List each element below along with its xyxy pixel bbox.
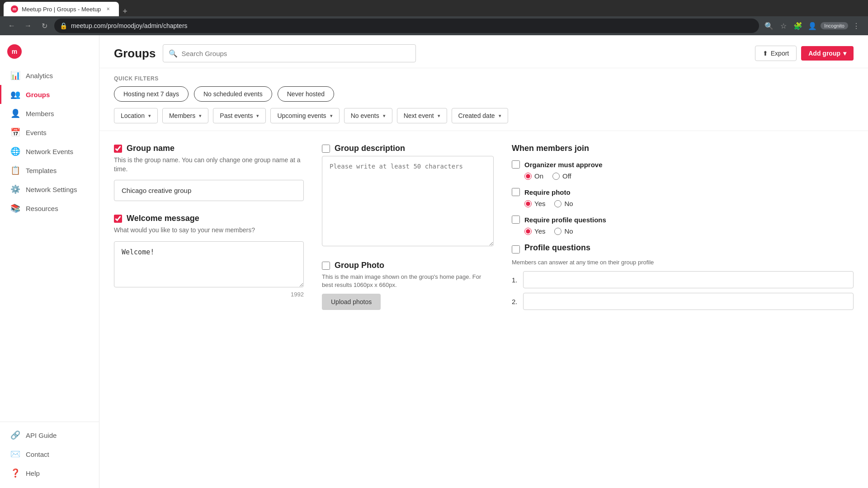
- sidebar-item-network-settings[interactable]: ⚙️ Network Settings: [0, 180, 99, 199]
- sidebar-item-resources[interactable]: 📚 Resources: [0, 199, 99, 218]
- filter-no-events[interactable]: No events ▾: [344, 108, 392, 123]
- group-name-input[interactable]: [114, 180, 304, 201]
- address-bar[interactable]: 🔒 meetup.com/pro/moodjoy/admin/chapters: [54, 19, 759, 33]
- welcome-message-textarea[interactable]: Welcome!: [114, 241, 304, 287]
- sidebar-item-groups[interactable]: 👥 Groups: [0, 85, 99, 104]
- require-profile-no[interactable]: No: [554, 227, 573, 235]
- profile-questions-checkbox[interactable]: [512, 245, 520, 253]
- tab-label: Meetup Pro | Groups - Meetup: [22, 6, 101, 13]
- address-bar-row: ← → ↻ 🔒 meetup.com/pro/moodjoy/admin/cha…: [0, 16, 868, 35]
- page-title: Groups: [114, 47, 156, 61]
- filter-past-events[interactable]: Past events ▾: [213, 108, 266, 123]
- address-text: meetup.com/pro/moodjoy/admin/chapters: [71, 22, 754, 29]
- sidebar: m 📊 Analytics 👥 Groups 👤 Members 📅 Event…: [0, 35, 99, 488]
- require-photo-yes-radio[interactable]: [524, 200, 532, 207]
- require-photo-radios: Yes No: [512, 200, 854, 207]
- organizer-approve-checkbox[interactable]: [512, 160, 520, 169]
- profile-btn[interactable]: 👤: [806, 19, 819, 32]
- sidebar-item-label: Events: [26, 129, 47, 136]
- question-input-1[interactable]: [523, 271, 854, 288]
- require-photo-checkbox[interactable]: [512, 188, 520, 196]
- sidebar-item-contact[interactable]: ✉️ Contact: [0, 445, 99, 464]
- question-num-1: 1.: [512, 276, 518, 284]
- upcoming-events-label: Upcoming events: [277, 112, 326, 119]
- sidebar-bottom: 🔗 API Guide ✉️ Contact ❓ Help: [0, 422, 99, 483]
- groups-icon: 👥: [10, 89, 20, 99]
- group-desc-textarea[interactable]: [322, 156, 494, 246]
- group-desc-header: Group description: [322, 144, 494, 153]
- filter-hosting-next-7[interactable]: Hosting next 7 days: [114, 86, 189, 102]
- require-profile-no-radio[interactable]: [554, 228, 561, 235]
- sidebar-item-analytics[interactable]: 📊 Analytics: [0, 66, 99, 85]
- search-bar[interactable]: 🔍: [163, 44, 416, 62]
- group-photo-checkbox[interactable]: [322, 262, 330, 270]
- filter-created-date[interactable]: Created date ▾: [452, 108, 508, 123]
- filters-section: QUICK FILTERS Hosting next 7 days No sch…: [99, 68, 868, 131]
- active-tab[interactable]: m Meetup Pro | Groups - Meetup ×: [4, 2, 119, 16]
- require-profile-yes[interactable]: Yes: [524, 227, 545, 235]
- tab-favicon: m: [11, 5, 18, 13]
- require-photo-label: Require photo: [524, 188, 571, 196]
- refresh-btn[interactable]: ↻: [38, 19, 51, 32]
- profile-questions-desc: Members can answer at any time on their …: [512, 259, 854, 266]
- group-description-section: Group description: [322, 144, 494, 248]
- sidebar-logo: m: [0, 41, 99, 66]
- search-icon-btn[interactable]: 🔍: [763, 19, 775, 32]
- welcome-message-checkbox[interactable]: [114, 215, 122, 223]
- no-events-label: No events: [351, 112, 379, 119]
- main-header: Groups 🔍 ⬆ Export Add group ▾: [99, 35, 868, 68]
- require-photo-no-radio[interactable]: [554, 200, 561, 207]
- group-desc-checkbox[interactable]: [322, 145, 330, 153]
- help-icon: ❓: [10, 468, 20, 478]
- search-input[interactable]: [181, 50, 410, 57]
- organizer-approve-on-radio[interactable]: [524, 173, 532, 180]
- profile-questions-header: Profile questions: [512, 243, 854, 255]
- new-tab-btn[interactable]: +: [119, 7, 131, 16]
- filter-upcoming-events[interactable]: Upcoming events ▾: [270, 108, 339, 123]
- filter-never-hosted[interactable]: Never hosted: [278, 86, 334, 102]
- logo-icon: m: [7, 44, 22, 59]
- require-photo-no[interactable]: No: [554, 200, 573, 207]
- back-btn[interactable]: ←: [5, 19, 18, 32]
- require-profile-checkbox[interactable]: [512, 216, 520, 224]
- forward-btn[interactable]: →: [22, 19, 34, 32]
- sidebar-item-members[interactable]: 👤 Members: [0, 104, 99, 123]
- export-btn[interactable]: ⬆ Export: [755, 46, 797, 61]
- filter-next-event[interactable]: Next event ▾: [397, 108, 447, 123]
- sidebar-item-help[interactable]: ❓ Help: [0, 464, 99, 483]
- organizer-approve-off[interactable]: Off: [552, 172, 571, 180]
- filter-no-scheduled[interactable]: No scheduled events: [194, 86, 272, 102]
- organizer-approve-off-radio[interactable]: [552, 173, 560, 180]
- organizer-approve-on[interactable]: On: [524, 172, 543, 180]
- tab-close-btn[interactable]: ×: [104, 5, 112, 13]
- sidebar-item-label: Contact: [26, 450, 49, 458]
- sidebar-item-api-guide[interactable]: 🔗 API Guide: [0, 426, 99, 445]
- extensions-btn[interactable]: 🧩: [792, 19, 804, 32]
- organizer-approve-row: Organizer must approve: [512, 160, 854, 169]
- sidebar-item-label: Templates: [26, 167, 57, 174]
- search-icon: 🔍: [169, 49, 178, 58]
- group-name-checkbox[interactable]: [114, 145, 122, 153]
- sidebar-spacer: [0, 218, 99, 422]
- network-settings-icon: ⚙️: [10, 184, 20, 194]
- filter-members[interactable]: Members ▾: [162, 108, 208, 123]
- organizer-approve-group: Organizer must approve On Off: [512, 160, 854, 180]
- when-members-title: When members join: [512, 144, 854, 153]
- sidebar-item-label: Help: [26, 469, 40, 477]
- upload-photos-btn[interactable]: Upload photos: [322, 294, 381, 310]
- question-input-2[interactable]: [523, 293, 854, 310]
- filter-location[interactable]: Location ▾: [114, 108, 158, 123]
- group-photo-description: This is the main image shown on the grou…: [322, 273, 494, 289]
- require-profile-yes-radio[interactable]: [524, 228, 532, 235]
- sidebar-item-events[interactable]: 📅 Events: [0, 123, 99, 142]
- bookmark-btn[interactable]: ☆: [777, 19, 790, 32]
- sidebar-item-templates[interactable]: 📋 Templates: [0, 161, 99, 180]
- header-actions: ⬆ Export Add group ▾: [755, 46, 854, 61]
- sidebar-item-network-events[interactable]: 🌐 Network Events: [0, 142, 99, 161]
- browser-actions: 🔍 ☆ 🧩 👤 Incognito ⋮: [763, 19, 863, 32]
- require-photo-yes[interactable]: Yes: [524, 200, 545, 207]
- api-guide-icon: 🔗: [10, 430, 20, 440]
- past-events-label: Past events: [220, 112, 253, 119]
- menu-btn[interactable]: ⋮: [850, 19, 863, 32]
- add-group-btn[interactable]: Add group ▾: [801, 46, 854, 61]
